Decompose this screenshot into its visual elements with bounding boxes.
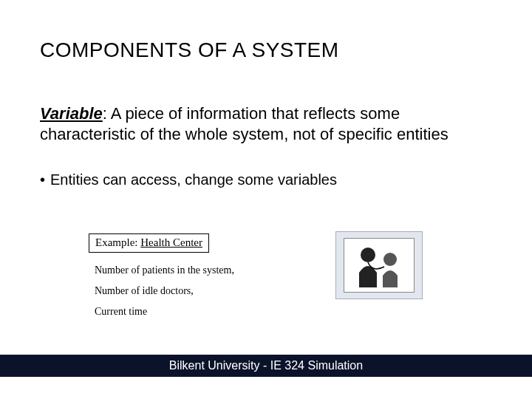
bullet-dot-icon: •: [40, 171, 50, 188]
doctor-patient-icon: [344, 238, 415, 293]
slide-title: COMPONENTS OF A SYSTEM: [40, 38, 339, 62]
example-line-1: Number of patients in the system,: [95, 265, 234, 276]
footer-bar: Bilkent University - IE 324 Simulation: [0, 355, 532, 377]
svg-rect-0: [346, 240, 412, 290]
example-label-box: Example: Health Center: [89, 233, 209, 253]
svg-point-2: [383, 253, 397, 266]
bullet-entities: •Entities can access, change some variab…: [40, 171, 468, 188]
example-line-3: Current time: [95, 306, 147, 318]
example-line-2: Number of idle doctors,: [95, 285, 194, 297]
doctor-patient-svg-icon: [346, 240, 412, 290]
example-label-prefix: Example:: [95, 236, 140, 248]
svg-point-1: [361, 248, 375, 262]
example-label-underlined: Health Center: [140, 236, 202, 248]
term-variable: Variable: [40, 104, 103, 123]
slide: COMPONENTS OF A SYSTEM Variable: A piece…: [0, 0, 532, 399]
footer-text: Bilkent University - IE 324 Simulation: [169, 359, 363, 372]
illustration-frame: [335, 231, 423, 299]
bullet-text: Entities can access, change some variabl…: [50, 171, 337, 188]
definition-paragraph: Variable: A piece of information that re…: [40, 103, 468, 144]
